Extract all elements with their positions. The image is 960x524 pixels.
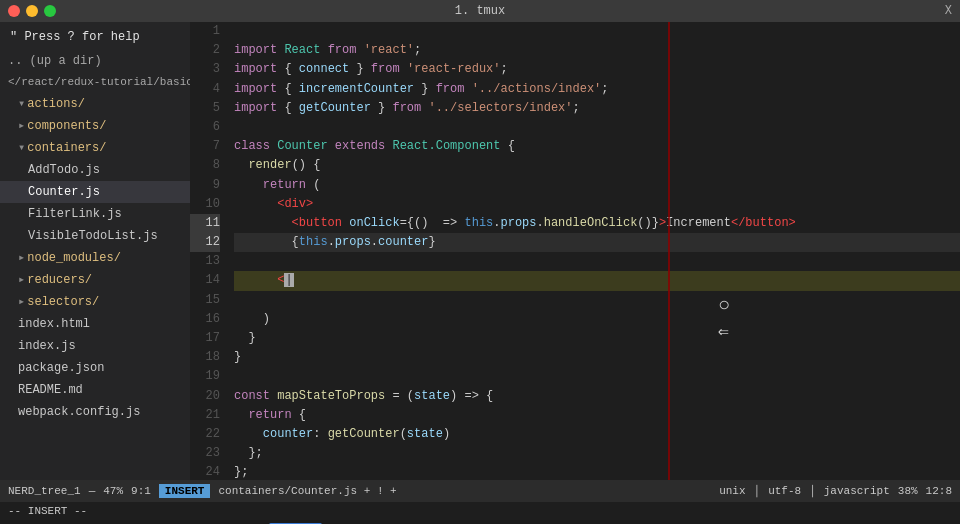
window-controls [8,5,56,17]
status-dash: — [89,485,96,497]
terminal-tabs-bar: 0 zsh 1 zsh 2 zsh 3 zsh 4 zsh 5 zsh 6 zs… [0,520,960,524]
dir-path: </react/redux-tutorial/basics/ [0,72,190,93]
code-line-3: import { incrementCounter } from '../act… [234,82,609,96]
sidebar-file-addtodo[interactable]: AddTodo.js [0,159,190,181]
nerdtree-status: NERD_tree_1 [8,485,81,497]
line-numbers: 1 2 3 4 5 6 7 8 9 10 11 12 13 14 15 16 1… [190,22,226,480]
code-line-20: }; [234,446,263,460]
code-line-6: class Counter extends React.Component { [234,139,515,153]
arrow-icon: ▸ [18,295,25,309]
pipe-separator: │ [754,485,761,497]
scroll-percent: 38% [898,485,918,497]
code-line-16 [234,369,241,383]
code-line-15: } [234,350,241,364]
minimize-dot[interactable] [26,5,38,17]
code-line-19: counter: getCounter(state) [234,427,450,441]
code-line-1: import React from 'react'; [234,43,421,57]
code-line-14: } [234,331,256,345]
sidebar-file-visibletodolist[interactable]: VisibleTodoList.js [0,225,190,247]
sidebar-file-packagejson[interactable]: package.json [0,357,190,379]
sidebar-item-selectors[interactable]: ▸selectors/ [0,291,190,313]
maximize-dot[interactable] [44,5,56,17]
insert-mode-line: -- INSERT -- [0,502,960,520]
code-line-4: import { getCounter } from '../selectors… [234,101,580,115]
filepath-status: containers/Counter.js + ! + [218,485,711,497]
code-content[interactable]: import React from 'react'; import { conn… [226,22,960,480]
close-button[interactable]: X [945,4,952,18]
code-line-18: return { [234,408,306,422]
cursor-symbols: ○ ⇐ [718,292,730,345]
sidebar-item-reducers[interactable]: ▸reducers/ [0,269,190,291]
pipe-separator2: │ [809,485,816,497]
code-line-17: const mapStateToProps = (state) => { [234,389,493,403]
sidebar-file-counter[interactable]: Counter.js [0,181,190,203]
window-title: 1. tmux [455,4,505,18]
code-line-5 [234,120,241,134]
unix-label: unix [719,485,745,497]
code-line-2: import { connect } from 'react-redux'; [234,62,508,76]
code-line-21: }; [234,465,248,479]
encoding-label: utf-8 [768,485,801,497]
code-line-9: <div> [234,197,313,211]
code-line-10: <button onClick={() => this.props.handle… [234,216,796,230]
sidebar-item-components[interactable]: ▸components/ [0,115,190,137]
percent-status: 47% [103,485,123,497]
code-line-13: ) [234,312,270,326]
cursor-arrow-icon: ⇐ [718,320,730,345]
sidebar-file-webpackconfig[interactable]: webpack.config.js [0,401,190,423]
arrow-icon: ▾ [18,97,25,111]
statusbar: NERD_tree_1 — 47% 9:1 INSERT containers/… [0,480,960,502]
sidebar-file-readme[interactable]: README.md [0,379,190,401]
arrow-icon: ▸ [18,251,25,265]
code-line-8: return ( [234,178,320,192]
arrow-icon: ▸ [18,119,25,133]
sidebar-item-containers[interactable]: ▾containers/ [0,137,190,159]
sidebar-file-indexhtml[interactable]: index.html [0,313,190,335]
help-text: " Press ? for help [0,22,190,50]
code-line-7: render() { [234,158,320,172]
titlebar: 1. tmux X [0,0,960,22]
code-line-11: {this.props.counter} [234,233,960,252]
code-editor[interactable]: 1 2 3 4 5 6 7 8 9 10 11 12 13 14 15 16 1… [190,22,960,480]
close-dot[interactable] [8,5,20,17]
filetype-label: javascript [824,485,890,497]
code-area: 1 2 3 4 5 6 7 8 9 10 11 12 13 14 15 16 1… [190,22,960,480]
sidebar-file-filterlink[interactable]: FilterLink.js [0,203,190,225]
sidebar-item-actions[interactable]: ▾actions/ [0,93,190,115]
sidebar-file-indexjs[interactable]: index.js [0,335,190,357]
cursor-circle-icon: ○ [718,292,730,320]
arrow-icon: ▾ [18,141,25,155]
arrow-icon: ▸ [18,273,25,287]
insert-mode-badge: INSERT [159,484,211,498]
position-status: 9:1 [131,485,151,497]
file-tree-sidebar: " Press ? for help .. (up a dir) </react… [0,22,190,480]
right-status: unix │ utf-8 │ javascript 38% 12:8 [719,485,952,497]
code-line-12: <| [234,271,960,290]
insert-mode-text: -- INSERT -- [8,505,87,517]
row-col-indicator: 12:8 [926,485,952,497]
sidebar-item-nodemodules[interactable]: ▸node_modules/ [0,247,190,269]
main-area: " Press ? for help .. (up a dir) </react… [0,22,960,480]
red-vertical-line [668,22,670,480]
dir-up[interactable]: .. (up a dir) [0,50,190,72]
